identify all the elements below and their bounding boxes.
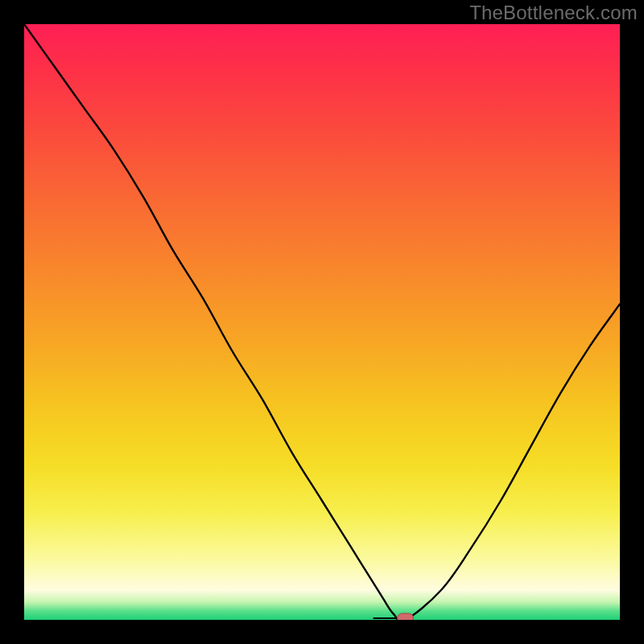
plot-area	[24, 24, 620, 620]
bottleneck-curve	[24, 24, 620, 620]
curve-svg	[24, 24, 620, 620]
watermark-text: TheBottleneck.com	[469, 2, 638, 24]
chart-frame: TheBottleneck.com	[0, 0, 644, 644]
minimum-marker	[398, 613, 414, 620]
